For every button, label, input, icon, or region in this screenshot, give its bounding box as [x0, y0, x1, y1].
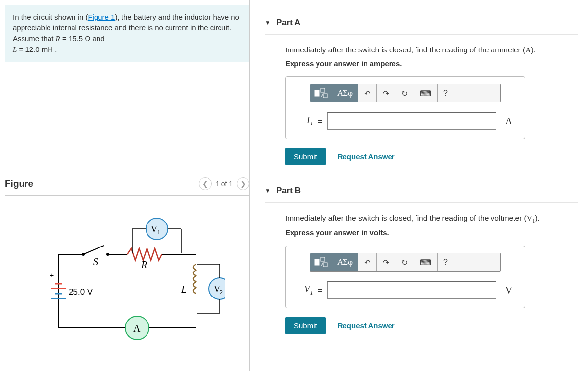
keyboard-button[interactable]: ⌨: [414, 253, 438, 271]
figure-nav: ❮ 1 of 1 ❯: [199, 177, 249, 190]
part-b-answer-block: √ ΑΣφ ↶ ↷ ↻ ⌨ ? V1 = V: [285, 246, 525, 308]
svg-rect-28: [315, 259, 319, 265]
part-b-question: Immediately after the switch is closed, …: [285, 214, 578, 223]
equals: =: [318, 117, 322, 125]
label-plus: +: [50, 272, 54, 279]
redo-button[interactable]: ↷: [377, 253, 395, 271]
svg-rect-24: [315, 90, 319, 96]
template-button[interactable]: √: [310, 84, 332, 102]
label-A: A: [133, 323, 141, 334]
figure-next-button[interactable]: ❯: [237, 177, 249, 190]
svg-rect-25: [321, 88, 325, 92]
figure-title: Figure: [5, 178, 33, 189]
reset-button[interactable]: ↻: [395, 84, 414, 102]
submit-button-a[interactable]: Submit: [285, 148, 326, 165]
formatting-toolbar-b: √ ΑΣφ ↶ ↷ ↻ ⌨ ?: [310, 253, 501, 272]
svg-rect-27: [323, 94, 327, 98]
undo-button[interactable]: ↶: [358, 253, 377, 271]
part-a-input[interactable]: [327, 112, 496, 130]
part-a-body: Immediately after the switch is closed, …: [265, 46, 578, 165]
submit-button-b[interactable]: Submit: [285, 317, 326, 334]
problem-statement: In the circuit shown in (Figure 1), the …: [5, 5, 249, 62]
undo-button[interactable]: ↶: [358, 84, 377, 102]
figure-header: Figure ❮ 1 of 1 ❯: [5, 177, 249, 196]
caret-down-icon: ▼: [265, 19, 270, 26]
label-voltage: 25.0 V: [69, 287, 93, 297]
right-panel: ▼ Part A Immediately after the switch is…: [250, 0, 588, 371]
reset-button[interactable]: ↻: [395, 253, 414, 271]
part-b-instruct: Express your answer in volts.: [285, 228, 578, 237]
circuit-diagram: S + 25.0 V R V1 L: [5, 210, 249, 349]
part-b-body: Immediately after the switch is closed, …: [265, 214, 578, 334]
figure-section: Figure ❮ 1 of 1 ❯ S: [5, 177, 249, 349]
redo-button[interactable]: ↷: [377, 84, 395, 102]
problem-intro-prefix: In the circuit shown in (: [13, 13, 88, 21]
part-b-title: Part B: [276, 186, 301, 196]
R-value: = 15.5 Ω and: [60, 34, 105, 43]
part-a-title: Part A: [276, 18, 300, 27]
left-panel: In the circuit shown in (Figure 1), the …: [0, 0, 250, 371]
formatting-toolbar-a: √ ΑΣφ ↶ ↷ ↻ ⌨ ?: [310, 84, 501, 102]
greek-button[interactable]: ΑΣφ: [332, 253, 358, 271]
request-answer-a[interactable]: Request Answer: [338, 152, 395, 161]
svg-line-8: [83, 246, 104, 254]
part-b-unit: V: [501, 285, 516, 296]
part-a-header[interactable]: ▼ Part A: [265, 15, 578, 35]
keyboard-button[interactable]: ⌨: [414, 84, 438, 102]
var-R: R: [56, 35, 60, 43]
svg-rect-29: [321, 257, 325, 261]
equals: =: [318, 286, 322, 295]
part-a-instruct: Express your answer in amperes.: [285, 59, 578, 68]
request-answer-b[interactable]: Request Answer: [338, 322, 395, 330]
part-a-unit: A: [501, 116, 516, 127]
caret-down-icon: ▼: [265, 187, 270, 194]
part-a-var: I1: [294, 115, 313, 127]
part-a-actions: Submit Request Answer: [285, 148, 578, 165]
L-value: = 12.0 mH .: [17, 45, 57, 53]
figure-link[interactable]: Figure 1: [88, 13, 115, 21]
label-S: S: [93, 256, 98, 267]
part-a-answer-block: √ ΑΣφ ↶ ↷ ↻ ⌨ ? I1 = A: [285, 76, 525, 139]
part-b-header[interactable]: ▼ Part B: [265, 183, 578, 203]
template-button[interactable]: √: [310, 253, 332, 271]
greek-button[interactable]: ΑΣφ: [332, 84, 358, 102]
figure-prev-button[interactable]: ❮: [199, 177, 212, 190]
part-b-answer-row: V1 = V: [294, 281, 516, 299]
help-button[interactable]: ?: [438, 253, 454, 271]
svg-point-7: [106, 253, 109, 256]
label-R: R: [141, 259, 147, 270]
part-a-question: Immediately after the switch is closed, …: [285, 46, 578, 54]
part-b-input[interactable]: [327, 281, 496, 299]
part-a-answer-row: I1 = A: [294, 112, 516, 130]
part-b-var: V1: [294, 284, 313, 297]
svg-rect-31: [323, 263, 327, 267]
help-button[interactable]: ?: [438, 84, 454, 102]
figure-nav-label: 1 of 1: [216, 180, 233, 188]
label-L: L: [181, 284, 187, 295]
part-b-actions: Submit Request Answer: [285, 317, 578, 334]
